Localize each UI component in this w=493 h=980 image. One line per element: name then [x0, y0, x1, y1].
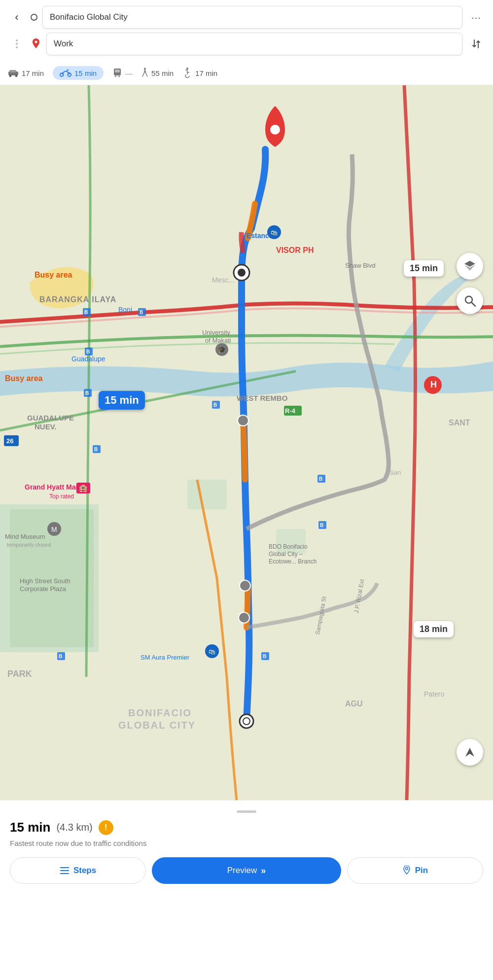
route-summary: 15 min (4.3 km) !: [10, 820, 483, 835]
steps-label: Steps: [73, 866, 96, 875]
svg-text:San: San: [389, 469, 401, 476]
svg-text:B: B: [320, 523, 323, 528]
preview-label: Preview: [227, 866, 257, 875]
layers-button[interactable]: [457, 253, 483, 280]
locate-button[interactable]: [457, 739, 483, 766]
map-search-icon: [463, 294, 476, 307]
svg-text:B: B: [94, 447, 98, 452]
svg-text:VISOR PH: VISOR PH: [276, 246, 314, 254]
pin-button[interactable]: Pin: [347, 857, 483, 884]
svg-text:Busy area: Busy area: [35, 271, 72, 279]
accessible-icon: [182, 68, 192, 78]
time-label-center: 15 min: [99, 391, 145, 410]
back-button[interactable]: ‹: [8, 8, 26, 26]
origin-row: ‹ Bonifacio Global City ···: [8, 6, 485, 29]
swap-icon: [471, 38, 482, 49]
svg-text:SANT: SANT: [449, 419, 470, 427]
layers-icon: [463, 260, 476, 273]
transport-moto[interactable]: 15 min: [53, 66, 104, 80]
svg-text:BONIFACIO: BONIFACIO: [128, 707, 192, 718]
origin-search-box[interactable]: Bonifacio Global City: [42, 6, 462, 29]
preview-button[interactable]: Preview »: [152, 857, 341, 884]
action-buttons: Steps Preview » Pin: [10, 857, 483, 884]
svg-text:B: B: [85, 390, 89, 396]
svg-text:B: B: [59, 654, 62, 659]
origin-text: Bonifacio Global City: [50, 12, 128, 22]
svg-text:Shaw Blvd: Shaw Blvd: [345, 262, 375, 269]
svg-text:Top rated: Top rated: [49, 493, 74, 500]
svg-text:temporarily closed: temporarily closed: [7, 542, 51, 548]
svg-text:University: University: [202, 329, 231, 336]
locate-icon: [463, 746, 476, 759]
svg-text:Ecotowe... Branch: Ecotowe... Branch: [269, 558, 317, 565]
walk-time: 55 min: [151, 69, 174, 77]
svg-text:H: H: [430, 380, 437, 389]
svg-point-103: [405, 868, 408, 870]
svg-rect-16: [187, 480, 227, 509]
dots-vertical-icon: [8, 37, 26, 50]
transport-walk[interactable]: 55 min: [141, 68, 174, 78]
car-icon: [8, 69, 19, 77]
transport-transit[interactable]: —: [112, 68, 133, 78]
steps-button[interactable]: Steps: [10, 857, 146, 884]
svg-text:GLOBAL CITY: GLOBAL CITY: [118, 720, 196, 731]
svg-point-10: [118, 76, 120, 77]
time-label-center-text: 15 min: [105, 394, 139, 406]
svg-point-82: [238, 269, 246, 277]
route-note: Fastest route now due to traffic conditi…: [10, 839, 483, 847]
warning-icon: !: [99, 820, 113, 835]
svg-text:B: B: [86, 349, 90, 354]
route-distance: (4.3 km): [56, 822, 92, 833]
header: ‹ Bonifacio Global City ··· Work: [0, 0, 493, 61]
svg-text:B: B: [140, 310, 143, 315]
time-label-top: 15 min: [404, 260, 444, 277]
svg-point-12: [186, 68, 188, 70]
transport-car[interactable]: 17 min: [8, 69, 44, 77]
svg-point-4: [15, 75, 17, 77]
svg-text:M: M: [51, 525, 57, 533]
map-search-button[interactable]: [457, 287, 483, 314]
time-label-18min-text: 18 min: [420, 624, 448, 634]
svg-point-0: [35, 41, 37, 43]
transit-dash: —: [125, 69, 133, 77]
svg-text:🎓: 🎓: [218, 346, 226, 354]
car-time: 17 min: [22, 69, 44, 77]
svg-text:🏨: 🏨: [79, 484, 88, 492]
moto-time: 15 min: [74, 69, 97, 77]
svg-point-79: [238, 415, 248, 426]
svg-text:Boni: Boni: [118, 306, 132, 314]
map-area[interactable]: BARANGKA ILAYA Busy area Boni Busy area …: [0, 85, 493, 800]
svg-text:B: B: [84, 310, 88, 315]
back-icon: ‹: [15, 11, 18, 24]
route-time: 15 min: [10, 820, 50, 835]
svg-text:Busy area: Busy area: [5, 374, 43, 383]
transport-accessible[interactable]: 17 min: [182, 68, 217, 78]
pin-icon: [402, 866, 411, 875]
svg-point-78: [239, 612, 249, 623]
svg-text:PARK: PARK: [7, 669, 32, 679]
svg-text:NUEV.: NUEV.: [35, 422, 56, 431]
swap-button[interactable]: [467, 35, 485, 53]
svg-text:WEST REMBO: WEST REMBO: [237, 394, 288, 402]
svg-text:🛍: 🛍: [209, 648, 215, 656]
destination-row: Work: [8, 33, 485, 55]
more-button[interactable]: ···: [467, 8, 485, 26]
svg-text:B: B: [319, 476, 322, 482]
transit-icon: [112, 68, 122, 78]
svg-text:GUADALUPE: GUADALUPE: [27, 414, 74, 422]
svg-point-11: [144, 68, 146, 70]
time-label-18min: 18 min: [414, 621, 454, 637]
svg-text:Mesc...: Mesc...: [212, 276, 234, 284]
svg-rect-8: [115, 70, 120, 72]
svg-text:Guadalupe: Guadalupe: [71, 355, 106, 363]
accessible-time: 17 min: [195, 69, 217, 77]
svg-point-9: [115, 76, 116, 77]
steps-icon: [60, 867, 70, 875]
svg-text:🛍: 🛍: [271, 229, 278, 237]
svg-text:SM Aura Premier: SM Aura Premier: [141, 654, 190, 661]
svg-rect-2: [9, 70, 16, 72]
destination-search-box[interactable]: Work: [46, 33, 462, 55]
time-label-top-text: 15 min: [410, 263, 438, 273]
destination-pin-icon: [31, 38, 41, 49]
svg-text:R-4: R-4: [285, 407, 296, 415]
